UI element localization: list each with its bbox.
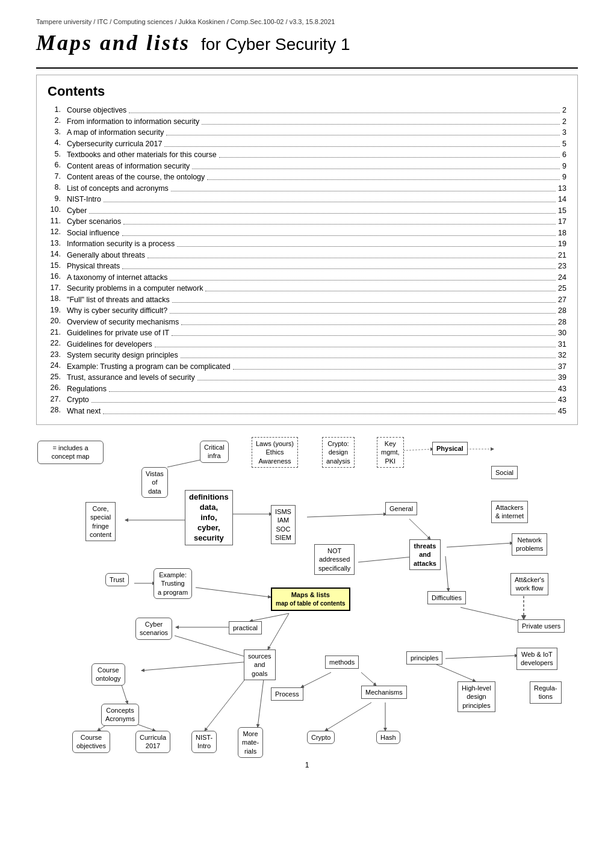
toc-num: 19. — [48, 305, 67, 316]
svg-line-7 — [307, 514, 386, 517]
node-critical-infra: Criticalinfra — [200, 441, 229, 463]
node-methods: methods — [325, 656, 359, 669]
toc-label: What next — [67, 407, 101, 415]
toc-page: 5 — [562, 140, 566, 148]
toc-fill — [181, 317, 556, 325]
legend-box: = includes a concept map — [37, 441, 104, 464]
toc-num: 4. — [48, 138, 67, 149]
node-course-ontology: Courseontology — [91, 663, 125, 686]
toc-row: 3. A map of information security 3 — [48, 126, 566, 138]
toc-fill — [172, 329, 556, 336]
toc-label: Cyber — [67, 206, 87, 215]
toc-page: 6 — [562, 150, 566, 159]
toc-fill — [205, 284, 556, 292]
node-definitions: definitionsdata,info,cyber,security — [185, 490, 233, 545]
header-meta: Tampere university / ITC / Computing sci… — [36, 18, 578, 25]
node-network-problems: Networkproblems — [512, 533, 547, 556]
toc-page: 2 — [562, 106, 566, 114]
toc-title: NIST-Intro 14 — [67, 193, 566, 205]
toc-row: 15. Physical threats 23 — [48, 260, 566, 271]
node-key-mgmt: Keymgmt,PKI — [377, 437, 404, 468]
node-web-iot: Web & IoTdevelopers — [516, 648, 557, 670]
node-nist-intro: NIST-Intro — [191, 731, 217, 753]
toc-label: Content areas of information security — [67, 162, 190, 170]
toc-table: 1. Course objectives 2 2. From informati… — [48, 104, 566, 416]
toc-label: "Full" list of threats and attacks — [67, 296, 170, 304]
node-isms: ISMSIAMSOCSIEM — [271, 505, 296, 544]
node-process: Process — [271, 687, 303, 701]
toc-fill — [103, 406, 556, 414]
node-practical: practical — [229, 621, 262, 634]
toc-row: 22. Guidelines for developers 31 — [48, 338, 566, 350]
toc-num: 20. — [48, 316, 67, 327]
svg-line-20 — [135, 724, 155, 731]
toc-page: 45 — [558, 407, 566, 415]
toc-page: 32 — [558, 351, 566, 359]
toc-num: 18. — [48, 294, 67, 305]
svg-line-17 — [325, 702, 371, 731]
toc-label: Guidelines for developers — [67, 340, 152, 349]
toc-row: 28. What next 45 — [48, 405, 566, 417]
node-attacker-workflow: Att&cker'swork flow — [510, 573, 548, 595]
toc-title: Regulations 43 — [67, 383, 566, 394]
svg-line-24 — [196, 587, 271, 597]
toc-num: 13. — [48, 238, 67, 249]
toc-num: 10. — [48, 205, 67, 216]
toc-num: 8. — [48, 182, 67, 194]
toc-title: From information to information security… — [67, 116, 566, 127]
concept-map: = includes a concept map Criticalinfra L… — [36, 436, 578, 749]
node-vistas-data: Vistasofdata — [141, 467, 168, 498]
toc-row: 11. Cyber scenarios 17 — [48, 215, 566, 227]
toc-fill — [192, 161, 560, 169]
node-trust: Trust — [105, 573, 129, 586]
toc-title: Information security is a process 19 — [67, 238, 566, 249]
toc-title: Generally about threats 21 — [67, 249, 566, 261]
toc-row: 5. Textbooks and other materials for thi… — [48, 149, 566, 160]
toc-fill — [170, 273, 556, 281]
toc-fill — [155, 339, 556, 347]
toc-fill — [123, 217, 556, 225]
toc-label: Cybersecurity curricula 2017 — [67, 140, 162, 148]
toc-label: System security design principles — [67, 351, 178, 359]
toc-page: 27 — [558, 296, 566, 304]
toc-page: 9 — [562, 162, 566, 170]
svg-line-0 — [250, 613, 289, 621]
toc-page: 43 — [558, 385, 566, 393]
svg-line-3 — [141, 662, 250, 671]
toc-label: Course objectives — [67, 106, 126, 114]
toc-title: Overview of security mechanisms 28 — [67, 316, 566, 327]
toc-title: Textbooks and other materials for this c… — [67, 149, 566, 160]
node-social: Social — [491, 466, 518, 479]
node-difficulties: Difficulties — [427, 591, 466, 604]
toc-num: 14. — [48, 249, 67, 261]
toc-num: 22. — [48, 338, 67, 350]
toc-fill — [91, 395, 556, 403]
toc-label: A map of information security — [67, 128, 164, 137]
title-italic: Maps and lists — [36, 30, 190, 55]
toc-fill — [197, 373, 556, 381]
toc-title: Security problems in a computer network … — [67, 282, 566, 294]
toc-row: 9. NIST-Intro 14 — [48, 193, 566, 205]
node-attackers: Attackers& internet — [491, 501, 528, 523]
svg-line-10 — [445, 556, 448, 591]
toc-num: 9. — [48, 193, 67, 205]
svg-line-14 — [301, 672, 331, 687]
toc-fill — [219, 150, 560, 158]
node-sources-goals: sourcesandgoals — [244, 649, 276, 680]
toc-row: 12. Social influence 18 — [48, 227, 566, 238]
toc-row: 20. Overview of security mechanisms 28 — [48, 316, 566, 327]
toc-title: Cyber scenarios 17 — [67, 215, 566, 227]
toc-num: 28. — [48, 405, 67, 417]
svg-line-11 — [460, 607, 521, 621]
toc-label: Physical threats — [67, 262, 120, 270]
toc-num: 6. — [48, 160, 67, 172]
toc-page: 23 — [558, 262, 566, 270]
toc-title: System security design principles 32 — [67, 349, 566, 361]
toc-num: 21. — [48, 327, 67, 338]
toc-fill — [181, 351, 556, 359]
toc-row: 1. Course objectives 2 — [48, 104, 566, 116]
svg-line-9 — [447, 543, 513, 547]
divider — [36, 67, 578, 69]
toc-num: 11. — [48, 215, 67, 227]
toc-fill — [122, 228, 556, 236]
